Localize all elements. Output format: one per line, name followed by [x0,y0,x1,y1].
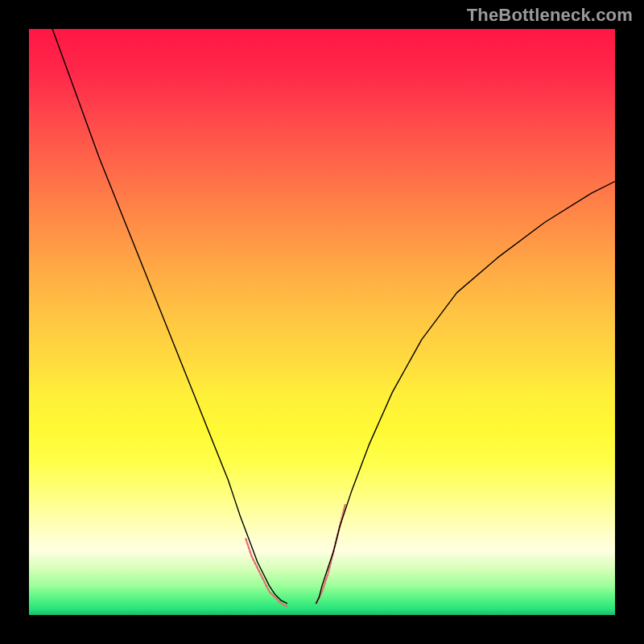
curve-layer [29,29,615,615]
watermark-text: TheBottleneck.com [467,5,633,26]
curve-right [316,181,615,603]
chart-frame: TheBottleneck.com [0,0,644,644]
curve-left [52,29,287,603]
highlight-right [316,504,345,604]
